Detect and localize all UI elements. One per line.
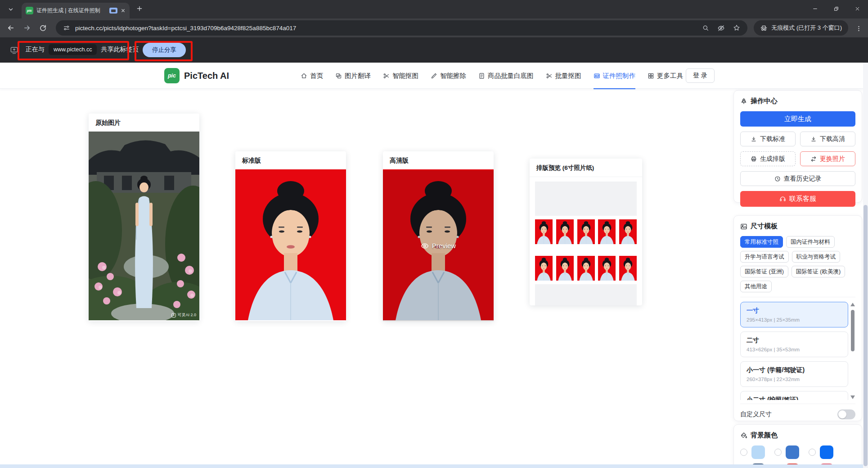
tab-close-icon[interactable] (121, 8, 126, 13)
nav-item-smart-erase[interactable]: 智能擦除 (431, 63, 466, 89)
size-spec: 295×413px | 25×35mm (747, 317, 842, 323)
brand[interactable]: pic PicTech AI (164, 68, 229, 83)
size-item-small-1inch[interactable]: 小一寸 (学籍/驾驶证) 260×378px | 22×32mm (740, 361, 848, 387)
star-icon[interactable] (733, 24, 740, 32)
paper-margin (535, 182, 637, 216)
replace-photo-button[interactable]: 更换照片 (800, 151, 855, 166)
grid-icon (648, 73, 654, 79)
color-option-medium-blue[interactable] (774, 445, 799, 459)
download-standard-button[interactable]: 下载标准 (740, 132, 796, 146)
back-icon (7, 24, 15, 32)
image-icon (740, 223, 747, 230)
printer-icon (751, 156, 757, 162)
stop-sharing-button[interactable]: 停止分享 (143, 43, 186, 57)
window-restore-button[interactable] (826, 0, 847, 17)
scroll-down-arrow[interactable] (850, 395, 855, 399)
standard-id-photo[interactable] (235, 169, 346, 320)
radio-icon[interactable] (809, 449, 816, 456)
zoom-icon[interactable] (702, 24, 709, 32)
download-hd-button[interactable]: 下载高清 (800, 132, 855, 146)
panel-title: 尺寸模板 (740, 222, 855, 231)
size-template-panel: 尺寸模板 常用标准寸照 国内证件与材料 升学与语言考试 职业与资格考试 国际签证… (733, 215, 862, 421)
download-icon (810, 136, 817, 142)
scissors-icon (383, 73, 390, 79)
site-header: pic PicTech AI 首页 图片翻译 智能抠图 智能擦除 商品批 (0, 63, 868, 89)
nav-item-more-tools[interactable]: 更多工具 (648, 63, 691, 89)
size-item-2inch[interactable]: 二寸 413×626px | 35×53mm (740, 332, 848, 357)
button-label: 更换照片 (820, 155, 845, 163)
back-button[interactable] (4, 21, 18, 35)
window-close-button[interactable] (847, 0, 868, 17)
tune-icon[interactable] (63, 24, 70, 32)
forward-button[interactable] (20, 21, 34, 35)
rocket-icon (740, 98, 747, 105)
layout-photo-row (535, 256, 637, 281)
watermark: K 可灵AI 2.0 (171, 312, 196, 318)
window-minimize-button[interactable] (805, 0, 826, 17)
nav-label: 证件照制作 (603, 72, 636, 80)
sharing-message: 正在与 www.pictech.cc 共享此标签页 (26, 44, 139, 55)
size-item-1inch[interactable]: 一寸 295×413px | 25×35mm (740, 302, 848, 327)
browser-tab[interactable]: pic 证件照生成 | 在线证件照制 (22, 3, 130, 18)
custom-size-toggle[interactable] (837, 409, 855, 419)
chip-common-standard[interactable]: 常用标准寸照 (740, 236, 783, 248)
photo-paper-preview[interactable] (535, 182, 637, 305)
login-button[interactable]: 登 录 (686, 68, 715, 83)
incognito-badge[interactable]: 无痕模式 (已打开 3 个窗口) (754, 20, 848, 36)
make-layout-button[interactable]: 生成排版 (740, 151, 796, 166)
page-scrollbar[interactable] (863, 63, 868, 468)
nav-item-home[interactable]: 首页 (301, 63, 323, 89)
size-list-scrollbar[interactable] (850, 303, 855, 399)
new-tab-button[interactable] (136, 4, 143, 12)
brand-name: PicTech AI (184, 71, 229, 81)
toggle-knob (838, 410, 846, 418)
size-spec: 413×626px | 35×53mm (747, 347, 842, 352)
color-swatch[interactable] (786, 445, 799, 459)
nav-item-product-whitebg[interactable]: 商品批量白底图 (478, 63, 534, 89)
chevron-down-icon (8, 6, 14, 13)
button-label: 生成排版 (760, 155, 785, 163)
chip-visa-western[interactable]: 国际签证 (欧美澳) (792, 266, 845, 277)
original-photo[interactable] (89, 132, 199, 320)
address-bar[interactable]: pictech.cc/picts/idphotogen?taskId=pctcs… (56, 20, 747, 36)
screen-share-indicator-icon (109, 8, 117, 14)
nav-label: 智能擦除 (440, 72, 466, 80)
color-swatch[interactable] (820, 445, 833, 459)
sharing-site-pill: www.pictech.cc (49, 44, 97, 55)
color-option-light-blue[interactable] (740, 445, 765, 459)
url-text[interactable]: pictech.cc/picts/idphotogen?taskId=pctcs… (75, 25, 697, 32)
size-name: 小一寸 (学籍/驾驶证) (747, 366, 842, 374)
scrollbar-thumb[interactable] (851, 310, 855, 351)
chip-professional-exams[interactable]: 职业与资格考试 (792, 251, 841, 263)
history-button[interactable]: 查看历史记录 (740, 171, 855, 186)
page-scrollbar-thumb[interactable] (864, 205, 868, 466)
contact-support-button[interactable]: 联系客服 (740, 191, 855, 207)
layout-mini-photo (598, 256, 616, 281)
generate-button[interactable]: 立即生成 (740, 111, 855, 127)
chip-education-language[interactable]: 升学与语言考试 (740, 251, 789, 263)
nav-item-smart-cutout[interactable]: 智能抠图 (383, 63, 418, 89)
clock-icon (774, 176, 781, 182)
color-swatch[interactable] (751, 445, 765, 459)
radio-icon[interactable] (774, 449, 782, 456)
custom-size-label: 自定义尺寸 (740, 410, 772, 418)
radio-icon[interactable] (740, 449, 747, 456)
layout-mini-photo (619, 256, 637, 281)
size-name: 一寸 (747, 307, 842, 315)
chip-visa-asia[interactable]: 国际签证 (亚洲) (740, 266, 788, 277)
nav-item-id-photo[interactable]: 证件照制作 (594, 63, 636, 89)
eye-off-icon[interactable] (717, 24, 725, 32)
nav-item-image-translate[interactable]: 图片翻译 (335, 63, 371, 89)
chip-domestic-documents[interactable]: 国内证件与材料 (786, 236, 835, 248)
site-favicon: pic (26, 7, 33, 14)
scroll-up-arrow[interactable] (850, 303, 855, 306)
chip-other-uses[interactable]: 其他用途 (740, 281, 772, 292)
tab-search-button[interactable] (4, 3, 17, 16)
color-option-bright-blue[interactable] (809, 445, 833, 459)
preview-overlay[interactable]: Preview (383, 170, 494, 321)
layout-mini-photo (535, 219, 553, 244)
size-item-small-2inch[interactable]: 小二寸 (护照/签证) (740, 391, 848, 400)
nav-item-batch-cutout[interactable]: 批量抠图 (546, 63, 581, 89)
reload-button[interactable] (36, 21, 50, 35)
browser-menu-button[interactable] (854, 24, 864, 32)
